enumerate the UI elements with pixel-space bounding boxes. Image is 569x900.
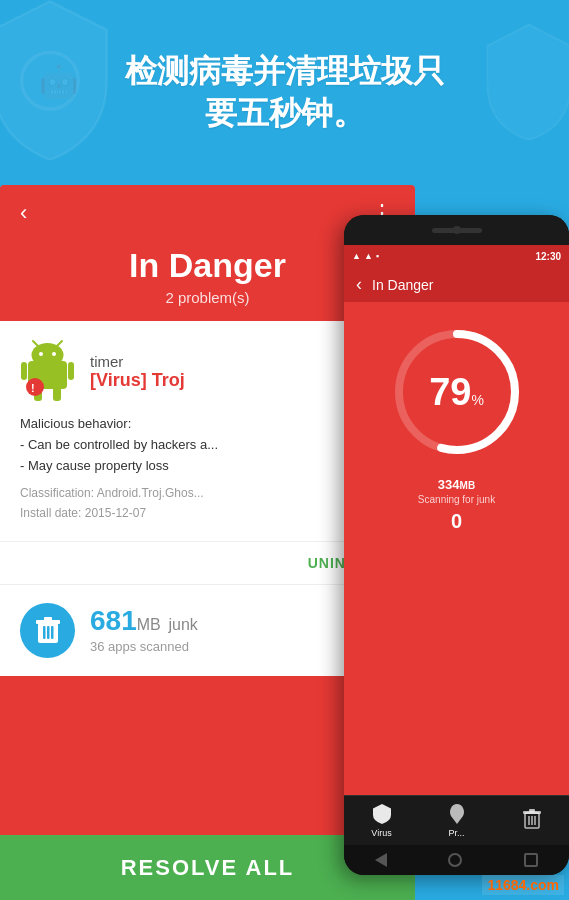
nav-virus-label: Virus (371, 828, 391, 838)
gauge-mb: 334MB (438, 477, 475, 492)
nav-item-trash[interactable] (521, 808, 543, 833)
description-header: Malicious behavior: (20, 414, 395, 435)
trash-icon-circle (20, 603, 75, 658)
gauge-mb-value: 334 (438, 477, 460, 492)
status-time: 12:30 (535, 251, 561, 262)
phone-nav-title: In Danger (372, 277, 433, 293)
phone-status-bar: ▲ ▲ ▪ 12:30 (344, 245, 569, 267)
svg-rect-18 (47, 626, 50, 639)
signal-icon: ▲ (352, 251, 361, 261)
junk-type: junk (169, 616, 198, 633)
main-area: ‹ ⋮ In Danger 2 problem(s) (0, 185, 569, 900)
gauge-number: 79 (429, 371, 471, 413)
phone-top-bar (344, 215, 569, 245)
nav-item-virus[interactable]: Virus (371, 803, 393, 838)
virus-classification: Classification: Android.Troj.Ghos... Ins… (20, 484, 395, 522)
virus-item-header: ! timer [Virus] Troj (20, 339, 395, 404)
desc-line1: - Can be controlled by hackers a... (20, 435, 395, 456)
phone-back-arrow[interactable]: ‹ (356, 274, 362, 295)
android-icon: ! (20, 339, 75, 404)
svg-rect-17 (43, 626, 46, 639)
battery-icon: ▪ (376, 251, 379, 261)
gauge-label: Scanning for junk (418, 494, 495, 505)
status-icons: ▲ ▲ ▪ (352, 251, 379, 261)
privacy-nav-icon (446, 803, 468, 825)
phone-bottom-nav: Virus Pr... (344, 795, 569, 845)
home-back-button[interactable] (375, 853, 387, 867)
gauge-percent: 79% (429, 373, 484, 411)
phone-mockup: ▲ ▲ ▪ 12:30 ‹ In Danger 79% (344, 215, 569, 875)
junk-size: 681MB junk (90, 607, 198, 635)
install-date: Install date: 2015-12-07 (20, 504, 395, 523)
wifi-icon: ▲ (364, 251, 373, 261)
svg-rect-16 (44, 617, 52, 621)
desc-line2: - May cause property loss (20, 456, 395, 477)
svg-point-5 (52, 352, 56, 356)
junk-info: 681MB junk 36 apps scanned (90, 607, 198, 654)
back-button[interactable]: ‹ (20, 200, 27, 226)
resolve-all-label: RESOLVE ALL (121, 855, 295, 881)
gauge-unit: % (471, 392, 483, 408)
svg-rect-8 (21, 362, 27, 380)
gauge-mb-unit: MB (460, 480, 476, 491)
trash-nav-icon (521, 808, 543, 830)
top-title: 检测病毒并清理垃圾只要五秒钟。 (95, 51, 475, 134)
nav-item-privacy[interactable]: Pr... (446, 803, 468, 838)
watermark: 11684.com (482, 875, 564, 895)
phone-content: 79% 334MB Scanning for junk 0 (344, 302, 569, 825)
svg-point-4 (39, 352, 43, 356)
phone-home-bar (344, 845, 569, 875)
svg-line-6 (33, 341, 38, 346)
svg-text:🤖: 🤖 (39, 62, 79, 100)
svg-point-12 (26, 378, 44, 396)
svg-text:!: ! (31, 382, 35, 394)
junk-unit: MB (137, 616, 161, 633)
svg-point-3 (32, 343, 64, 367)
svg-rect-9 (68, 362, 74, 380)
junk-number: 681 (90, 605, 137, 636)
svg-line-7 (57, 341, 62, 346)
top-section: 🤖 检测病毒并清理垃圾只要五秒钟。 (0, 0, 569, 185)
phone-camera (453, 226, 461, 234)
gauge-container: 79% (387, 322, 527, 462)
nav-privacy-label: Pr... (448, 828, 464, 838)
svg-rect-19 (51, 626, 54, 639)
home-button[interactable] (448, 853, 462, 867)
virus-details: Malicious behavior: - Can be controlled … (20, 414, 395, 476)
gauge-zero: 0 (451, 510, 462, 533)
svg-rect-11 (53, 387, 61, 401)
svg-rect-24 (529, 809, 535, 812)
junk-scanned: 36 apps scanned (90, 639, 198, 654)
virus-nav-icon (371, 803, 393, 825)
classification: Classification: Android.Troj.Ghos... (20, 484, 395, 503)
home-recent-button[interactable] (524, 853, 538, 867)
phone-nav-bar: ‹ In Danger (344, 267, 569, 302)
